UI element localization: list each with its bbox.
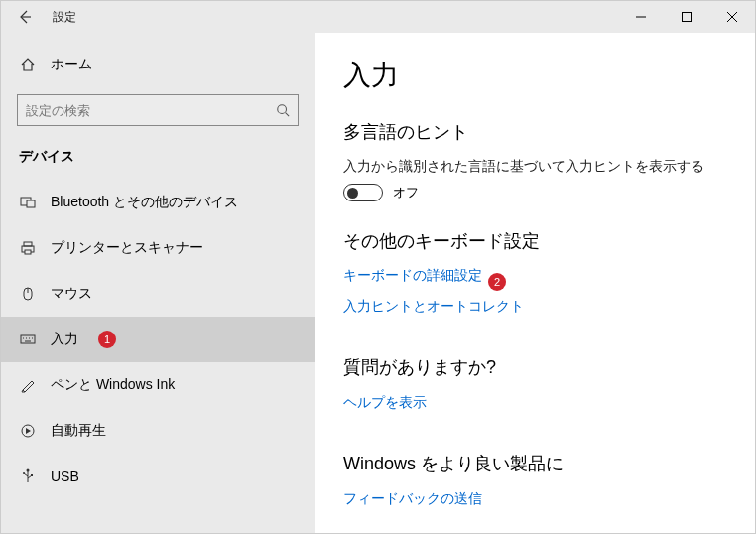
svg-rect-25 (31, 474, 33, 476)
sidebar: ホーム デバイス Bluetooth とその他のデバイス プリンターとスキャナー… (1, 33, 315, 533)
home-label: ホーム (51, 56, 92, 73)
svg-point-23 (27, 469, 30, 472)
maximize-button[interactable] (664, 1, 709, 33)
toggle-state-label: オフ (393, 184, 419, 201)
link-feedback[interactable]: フィードバックの送信 (343, 490, 482, 508)
sidebar-item-label: Bluetooth とその他のデバイス (51, 194, 238, 211)
section-title: 多言語のヒント (343, 120, 727, 144)
main-content: 入力 多言語のヒント 入力から識別された言語に基づいて入力ヒントを表示する オフ… (315, 33, 755, 533)
sidebar-item-label: マウス (51, 285, 92, 303)
section-title: Windows をより良い製品に (343, 452, 727, 475)
sidebar-item-typing[interactable]: 入力 1 (1, 317, 315, 362)
toggle-switch[interactable] (343, 184, 383, 201)
link-keyboard-advanced[interactable]: キーボードの詳細設定 (343, 267, 482, 285)
search-box[interactable] (17, 94, 299, 126)
annotation-badge-1: 1 (98, 331, 116, 348)
search-icon (276, 103, 290, 117)
sidebar-item-pen[interactable]: ペンと Windows Ink (1, 362, 315, 408)
page-title: 入力 (343, 57, 727, 94)
svg-point-5 (278, 105, 287, 114)
sidebar-item-mouse[interactable]: マウス (1, 271, 315, 317)
devices-icon (19, 195, 37, 210)
section-make-windows-better: Windows をより良い製品に フィードバックの送信 (343, 452, 727, 520)
search-input[interactable] (26, 103, 276, 118)
mouse-icon (19, 286, 37, 302)
svg-marker-21 (26, 428, 31, 434)
home-icon (19, 57, 37, 72)
sidebar-item-label: 自動再生 (51, 422, 106, 440)
sidebar-item-autoplay[interactable]: 自動再生 (1, 408, 315, 454)
section-have-question: 質問がありますか? ヘルプを表示 (343, 355, 727, 424)
svg-rect-9 (24, 242, 32, 246)
back-button[interactable] (1, 1, 49, 33)
section-title: その他のキーボード設定 (343, 229, 727, 253)
svg-rect-14 (21, 335, 35, 343)
window-title: 設定 (49, 9, 76, 26)
sidebar-item-label: プリンターとスキャナー (51, 239, 203, 257)
svg-point-24 (23, 472, 25, 474)
annotation-badge-2: 2 (488, 273, 506, 291)
sidebar-group-header: デバイス (1, 142, 315, 180)
sidebar-item-label: 入力 (51, 331, 78, 348)
section-other-keyboard: その他のキーボード設定 キーボードの詳細設定 2 入力ヒントとオートコレクト (343, 229, 727, 328)
printer-icon (19, 240, 37, 256)
autoplay-icon (19, 423, 37, 439)
svg-line-6 (286, 113, 290, 117)
sidebar-item-bluetooth[interactable]: Bluetooth とその他のデバイス (1, 180, 315, 225)
minimize-button[interactable] (618, 1, 664, 33)
sidebar-item-usb[interactable]: USB (1, 454, 315, 499)
svg-rect-11 (25, 250, 31, 254)
section-multilang-hints: 多言語のヒント 入力から識別された言語に基づいて入力ヒントを表示する オフ (343, 120, 727, 201)
sidebar-item-printers[interactable]: プリンターとスキャナー (1, 225, 315, 271)
svg-rect-2 (683, 13, 692, 22)
usb-icon (19, 468, 37, 484)
section-title: 質問がありますか? (343, 355, 727, 379)
link-help[interactable]: ヘルプを表示 (343, 394, 427, 412)
title-bar: 設定 (1, 1, 755, 33)
setting-description: 入力から識別された言語に基づいて入力ヒントを表示する (343, 158, 727, 176)
keyboard-icon (19, 332, 37, 347)
sidebar-item-label: ペンと Windows Ink (51, 376, 175, 394)
home-nav[interactable]: ホーム (1, 43, 315, 86)
pen-icon (19, 377, 37, 393)
sidebar-item-label: USB (51, 468, 79, 484)
svg-rect-8 (27, 200, 35, 207)
link-typing-autocorrect[interactable]: 入力ヒントとオートコレクト (343, 298, 524, 316)
close-button[interactable] (709, 1, 755, 33)
